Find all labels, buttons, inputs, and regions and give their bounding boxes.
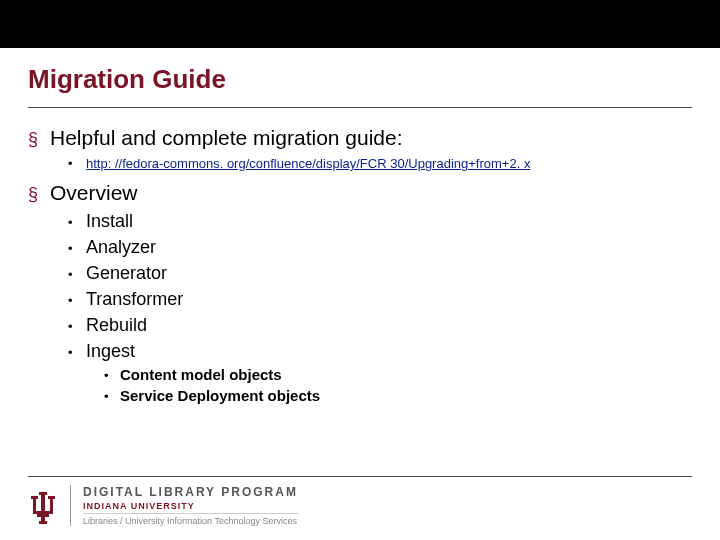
square-bullet-icon: § xyxy=(28,129,50,150)
subitem-text: Service Deployment objects xyxy=(120,387,320,404)
dot-bullet-icon: • xyxy=(68,215,86,230)
square-bullet-icon: § xyxy=(28,184,50,205)
footer-institution: INDIANA UNIVERSITY xyxy=(83,499,298,514)
dot-bullet-icon: • xyxy=(68,267,86,282)
list-item: •Generator xyxy=(68,263,692,284)
dot-bullet-icon: • xyxy=(104,389,120,404)
item-text: Install xyxy=(86,211,133,232)
bullet-list: § Helpful and complete migration guide: … xyxy=(28,126,692,404)
bullet-link-item: • http: //fedora-commons. org/confluence… xyxy=(68,156,692,171)
dot-bullet-icon: • xyxy=(68,345,86,360)
bullet-text: Helpful and complete migration guide: xyxy=(50,126,403,150)
item-text: Transformer xyxy=(86,289,183,310)
list-item: •Analyzer xyxy=(68,237,692,258)
top-black-bar xyxy=(0,0,720,48)
dot-bullet-icon: • xyxy=(68,156,86,171)
item-text: Ingest xyxy=(86,341,135,362)
iu-trident-icon xyxy=(28,488,58,524)
bullet-overview: § Overview •Install •Analyzer •Generator… xyxy=(28,181,692,404)
content-area: § Helpful and complete migration guide: … xyxy=(0,108,720,476)
title-wrap: Migration Guide xyxy=(0,48,720,101)
list-item: •Rebuild xyxy=(68,315,692,336)
footer-department: Libraries / University Information Techn… xyxy=(83,514,298,526)
item-text: Generator xyxy=(86,263,167,284)
list-subitem: •Service Deployment objects xyxy=(104,387,692,404)
bullet-text: Overview xyxy=(50,181,138,205)
subitem-text: Content model objects xyxy=(120,366,282,383)
list-item: •Transformer xyxy=(68,289,692,310)
bullet-helpful: § Helpful and complete migration guide: … xyxy=(28,126,692,171)
list-item: •Ingest •Content model objects •Service … xyxy=(68,341,692,404)
footer-text: DIGITAL LIBRARY PROGRAM INDIANA UNIVERSI… xyxy=(70,485,298,526)
dot-bullet-icon: • xyxy=(68,319,86,334)
footer: DIGITAL LIBRARY PROGRAM INDIANA UNIVERSI… xyxy=(28,476,692,526)
dot-bullet-icon: • xyxy=(68,293,86,308)
list-item: •Install xyxy=(68,211,692,232)
migration-link[interactable]: http: //fedora-commons. org/confluence/d… xyxy=(86,156,530,171)
item-text: Analyzer xyxy=(86,237,156,258)
footer-program: DIGITAL LIBRARY PROGRAM xyxy=(83,485,298,499)
slide: Migration Guide § Helpful and complete m… xyxy=(0,0,720,540)
item-text: Rebuild xyxy=(86,315,147,336)
list-subitem: •Content model objects xyxy=(104,366,692,383)
dot-bullet-icon: • xyxy=(104,368,120,383)
slide-title: Migration Guide xyxy=(28,64,692,95)
dot-bullet-icon: • xyxy=(68,241,86,256)
